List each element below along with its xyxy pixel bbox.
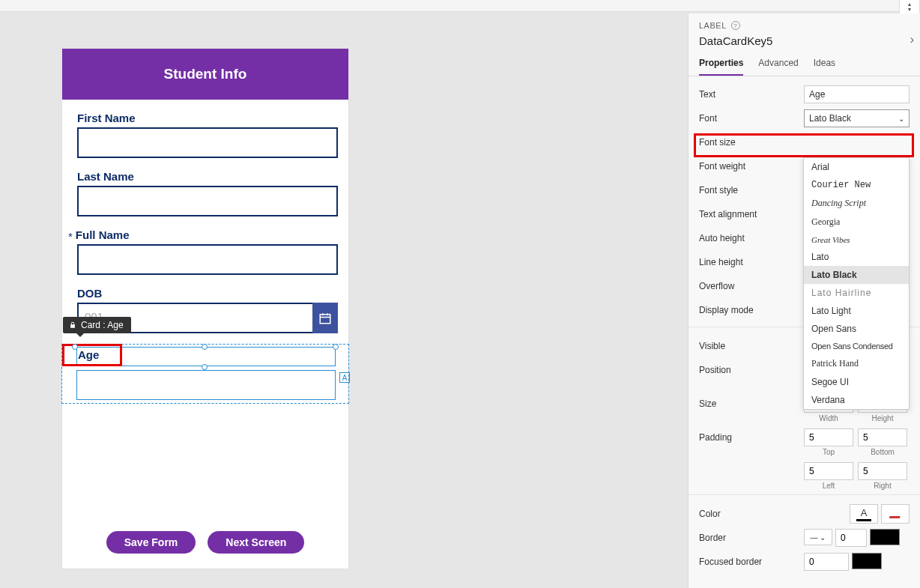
border-style-dropdown[interactable]: — ⌄ (804, 529, 832, 545)
font-option-segoe-ui[interactable]: Segoe UI (804, 373, 909, 391)
padding-bottom-input[interactable] (858, 428, 907, 446)
padding-right-input[interactable] (858, 462, 907, 480)
prop-auto-height-label: Auto height (699, 233, 804, 243)
font-color-button[interactable]: A (850, 504, 878, 524)
help-icon[interactable]: ? (731, 21, 740, 30)
font-option-great-vibes[interactable]: Great Vibes (804, 231, 909, 248)
next-screen-button[interactable]: Next Screen (208, 531, 304, 554)
border-width-input[interactable] (835, 529, 867, 547)
prop-color-label: Color (699, 509, 804, 519)
prop-text-label: Text (699, 89, 804, 100)
save-form-button[interactable]: Save Form (106, 531, 196, 554)
padding-top-sublabel: Top (804, 448, 853, 456)
label-first-name: First Name (77, 112, 333, 124)
fill-color-button[interactable] (881, 504, 910, 524)
font-dropdown-list: Arial Courier New Dancing Script Georgia… (803, 157, 910, 410)
prop-text-align-label: Text alignment (699, 209, 804, 219)
calendar-icon (318, 312, 332, 325)
card-tooltip: Card : Age (63, 317, 131, 333)
app-topbar: ▲▼ (0, 0, 920, 12)
form-title: Student Info (62, 49, 348, 100)
focused-border-width-input[interactable] (804, 553, 849, 571)
input-first-name[interactable] (77, 127, 338, 158)
font-option-open-sans[interactable]: Open Sans (804, 320, 909, 338)
selection-handle[interactable] (202, 344, 208, 350)
font-option-lato-hairline[interactable]: Lato Hairline (804, 284, 909, 302)
bucket-icon (889, 509, 901, 518)
chevron-down-icon: ⌄ (898, 115, 904, 123)
prop-display-mode-label: Display mode (699, 305, 804, 315)
prop-font-label: Font (699, 113, 804, 124)
prop-text-input[interactable] (804, 85, 910, 103)
font-option-open-sans-condensed[interactable]: Open Sans Condensed (804, 338, 909, 354)
font-option-georgia[interactable]: Georgia (804, 213, 909, 231)
tab-ideas[interactable]: Ideas (814, 58, 835, 76)
prop-visible-label: Visible (699, 341, 804, 351)
font-option-lato-light[interactable]: Lato Light (804, 302, 909, 320)
lock-icon (69, 321, 76, 329)
selected-element-name: DataCardKey5 (699, 34, 910, 47)
prop-focused-border-label: Focused border (699, 557, 804, 567)
font-option-dancing-script[interactable]: Dancing Script (804, 194, 909, 213)
selection-handle[interactable] (72, 344, 78, 350)
label-full-name: Full Name (76, 228, 130, 241)
padding-bottom-sublabel: Bottom (858, 448, 907, 456)
collapse-panel-button[interactable]: › (910, 33, 914, 46)
font-color-letter: A (861, 507, 868, 518)
prop-line-height-label: Line height (699, 257, 804, 267)
font-option-verdana[interactable]: Verdana (804, 391, 909, 409)
focused-border-color-swatch[interactable] (852, 553, 882, 569)
prop-font-size-label: Font size (699, 137, 804, 148)
input-age[interactable] (76, 370, 336, 400)
border-color-swatch[interactable] (870, 529, 900, 545)
topbar-expand-button[interactable]: ▲▼ (899, 0, 920, 15)
label-last-name: Last Name (77, 170, 333, 183)
padding-top-input[interactable] (804, 428, 853, 446)
form-body: First Name Last Name * Full Name DOB 001 (62, 100, 348, 519)
prop-padding-label: Padding (699, 432, 804, 443)
prop-overflow-label: Overflow (699, 281, 804, 291)
padding-right-sublabel: Right (858, 482, 907, 490)
panel-label-caption: LABEL (699, 21, 727, 30)
selection-handle[interactable] (333, 344, 339, 350)
form-footer: Save Form Next Screen (62, 531, 348, 554)
tooltip-text: Card : Age (81, 320, 124, 330)
font-option-arial[interactable]: Arial (804, 158, 909, 176)
padding-left-input[interactable] (804, 462, 853, 480)
prop-font-style-label: Font style (699, 185, 804, 196)
element-type-badge: A (339, 372, 350, 383)
input-last-name[interactable] (77, 186, 338, 216)
selection-handle[interactable] (202, 364, 208, 370)
size-width-sublabel: Width (804, 414, 853, 422)
age-highlight-box (62, 344, 122, 366)
font-option-courier-new[interactable]: Courier New (804, 176, 909, 194)
input-full-name[interactable] (77, 244, 338, 275)
font-option-patrick-hand[interactable]: Patrick Hand (804, 354, 909, 373)
calendar-button[interactable] (312, 303, 338, 333)
prop-position-label: Position (699, 365, 804, 375)
tab-advanced[interactable]: Advanced (758, 58, 798, 76)
font-dropdown-value: Lato Black (809, 113, 851, 124)
svg-rect-0 (320, 314, 330, 323)
prop-size-label: Size (699, 398, 804, 409)
font-option-lato-black[interactable]: Lato Black (804, 266, 909, 284)
tab-properties[interactable]: Properties (699, 58, 743, 76)
canvas-form: Student Info First Name Last Name * Full… (61, 48, 349, 569)
padding-left-sublabel: Left (804, 482, 853, 490)
prop-border-label: Border (699, 533, 804, 543)
required-star: * (68, 230, 73, 243)
font-dropdown[interactable]: Lato Black ⌄ (804, 109, 910, 127)
font-option-lato[interactable]: Lato (804, 248, 909, 266)
label-dob: DOB (77, 287, 333, 300)
properties-panel: LABEL ? › DataCardKey5 Properties Advanc… (688, 13, 920, 588)
prop-font-weight-label: Font weight (699, 161, 804, 172)
size-height-sublabel: Height (858, 414, 907, 422)
